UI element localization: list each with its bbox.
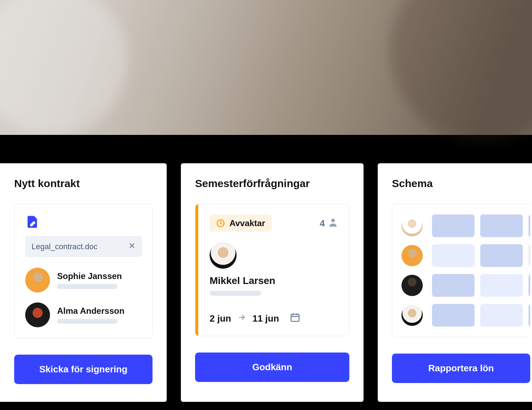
approve-button[interactable]: Godkänn [195,352,349,382]
request-count: 4 [320,217,338,230]
person-name: Sophie Janssen [57,271,122,281]
card-new-contract: Nytt kontrakt Legal_contract.doc Sophie … [0,163,167,402]
card-title: Nytt kontrakt [14,177,153,190]
status-chip-pending: Avvaktar [210,215,272,232]
clock-icon [216,219,225,228]
avatar [401,305,423,326]
hero-banner [0,0,532,149]
schedule-row [401,273,530,298]
shift-block[interactable] [528,304,530,327]
shift-block[interactable] [480,244,523,267]
shift-block[interactable] [480,214,523,237]
calendar-icon[interactable] [290,312,300,325]
person-name: Mikkel Larsen [210,275,338,286]
avatar [401,245,423,266]
shift-block[interactable] [432,244,475,267]
skeleton-line [210,291,261,296]
shift-block[interactable] [432,274,475,297]
cards-row: Nytt kontrakt Legal_contract.doc Sophie … [0,163,532,402]
file-chip[interactable]: Legal_contract.doc [25,236,142,257]
count-number: 4 [320,218,325,229]
report-salary-button[interactable]: Rapportera lön [392,354,530,383]
vacation-header-row: Avvaktar 4 [210,215,338,232]
card-title: Schema [392,177,530,190]
schedule-row [401,213,530,238]
card-title: Semesterförfrågningar [195,177,349,190]
status-label: Avvaktar [229,218,265,228]
vacation-inner-box: Avvaktar 4 Mikkel Larsen 2 jun 11 jun [195,204,349,336]
contract-person-row: Alma Andersson [25,302,142,327]
contract-inner-box: Legal_contract.doc Sophie Janssen Alma A… [14,204,153,338]
card-vacation-requests: Semesterförfrågningar Avvaktar 4 [181,163,364,402]
remove-file-icon[interactable] [128,241,136,252]
card-schedule: Schema [378,163,532,402]
avatar [25,268,50,293]
shift-block[interactable] [432,214,475,237]
date-from: 2 jun [210,313,231,324]
svg-rect-2 [291,314,299,321]
date-to: 11 jun [253,313,279,324]
shift-block[interactable] [480,274,523,297]
hero-bottom-strip [0,135,532,149]
shift-block[interactable] [480,304,523,327]
contract-person-row: Sophie Janssen [25,268,142,293]
avatar [210,242,237,269]
send-for-signing-button[interactable]: Skicka för signering [14,355,153,384]
shift-block[interactable] [528,244,530,267]
shift-block[interactable] [528,214,530,237]
vacation-date-range: 2 jun 11 jun [210,312,338,325]
svg-point-1 [331,219,335,222]
shift-block[interactable] [432,304,475,327]
shift-block[interactable] [528,274,530,297]
person-icon [328,217,338,230]
status-stripe [195,204,198,336]
schedule-row [401,303,530,328]
avatar [401,275,423,296]
avatar [25,302,50,327]
document-edit-icon [25,215,39,229]
person-name: Alma Andersson [57,306,124,316]
file-name: Legal_contract.doc [32,242,98,251]
skeleton-line [57,284,117,289]
arrow-right-icon [238,313,246,324]
avatar [401,215,423,236]
schedule-inner-box [392,204,530,337]
schedule-row [401,243,530,268]
skeleton-line [57,319,117,324]
